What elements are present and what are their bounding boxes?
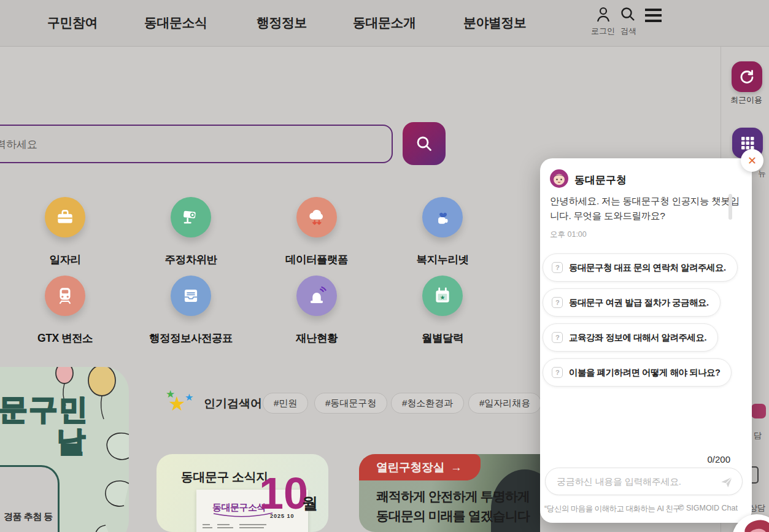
mayor-slogan-line2: 동대문의 미래를 열겠습니다 [376, 507, 530, 525]
main-search-input[interactable] [0, 125, 393, 163]
close-icon: ✕ [748, 154, 757, 168]
chatbot-avatar [550, 169, 568, 188]
suggestion-label: 동대문구청 대표 문의 연락처 알려주세요. [569, 262, 726, 274]
suggestion-label: 동대문구 여권 발급 절차가 궁금해요. [569, 297, 709, 309]
quick-menu-data-platform[interactable] [296, 197, 337, 237]
chatbot-welcome-message: 안녕하세요. 저는 동대문구청 인공지능 챗봇입니다. 무엇을 도와드릴까요? [550, 194, 745, 223]
newsletter-title: 동대문구 소식지 [181, 469, 268, 485]
login-label[interactable]: 로그인 [591, 26, 615, 37]
counsel-icon-fragment[interactable] [751, 404, 766, 418]
train-icon [55, 285, 75, 306]
chat-input-wrap [545, 468, 743, 495]
briefcase-icon [55, 207, 75, 228]
nav-item-participation[interactable]: 구민참여 [47, 14, 98, 31]
popular-stars-icon: ★ ★ ★ [164, 389, 196, 418]
question-icon: ? [552, 262, 563, 273]
mayor-office-card[interactable]: 열린구청장실 → 쾌적하게 안전하게 투명하게 동대문의 미래를 열겠습니다 [359, 454, 540, 532]
document-box-icon [180, 285, 201, 306]
chat-footer-quote: “당신의 마음을 이해하고 대화하는 AI 친구” [544, 504, 682, 514]
header: 구민참여 동대문소식 행정정보 동대문소개 분야별정보 로그인 검색 [0, 0, 769, 47]
event-title-line2: 날 [56, 422, 87, 461]
question-icon: ? [552, 367, 563, 378]
quick-menu-calendar[interactable]: ★ [422, 276, 463, 316]
header-search-label[interactable]: 검색 [620, 26, 636, 37]
counsel1-label-fragment: 담 [754, 430, 762, 441]
quick-menu-disclosure-label[interactable]: 행정정보사전공표 [136, 331, 246, 345]
newsletter-month-number: 10 [259, 471, 308, 515]
welfare-hand-icon [432, 207, 453, 228]
popular-searches-title: 인기검색어 [204, 396, 262, 412]
suggestion-disposal[interactable]: ? 이불을 폐기하려면 어떻게 해야 되나요? [543, 358, 732, 387]
question-icon: ? [552, 332, 563, 343]
siren-icon [306, 285, 328, 307]
menu-hamburger-icon[interactable] [645, 9, 662, 25]
suggestion-education[interactable]: ? 교육강좌 정보에 대해서 알려주세요. [543, 323, 718, 352]
cloud-data-icon [306, 206, 328, 228]
char-counter: 0/200 [707, 454, 730, 465]
calendar-icon: ★ [432, 285, 453, 306]
chat-message-input[interactable] [557, 469, 713, 493]
mayor-slogan-line1: 쾌적하게 안전하게 투명하게 [376, 488, 530, 505]
quick-menu-welfare-label[interactable]: 복지누리넷 [387, 252, 498, 267]
svg-text:★: ★ [440, 294, 446, 301]
chat-scrollbar[interactable] [728, 194, 732, 220]
popular-tag-jobs[interactable]: #일자리채용 [468, 393, 541, 414]
quick-menu-disaster-label[interactable]: 재난현황 [261, 331, 372, 345]
suggestion-label: 이불을 폐기하려면 어떻게 해야 되나요? [569, 367, 720, 379]
popular-tag-office[interactable]: #동대문구청 [314, 393, 387, 414]
all-menu-label-fragment: 뉴 [758, 168, 766, 179]
main-search-button[interactable] [403, 122, 446, 165]
quick-menu-gtx[interactable] [45, 276, 85, 316]
nav-item-news[interactable]: 동대문소식 [144, 14, 207, 31]
send-icon[interactable] [720, 476, 733, 489]
popular-tag-environment[interactable]: #청소환경과 [391, 393, 464, 414]
chat-footer-brand: © SIGMOID Chat [678, 504, 738, 512]
recent-use-button[interactable] [732, 61, 762, 92]
open-mayor-office-badge[interactable]: 열린구청장실 → [359, 454, 481, 480]
quick-menu-disclosure[interactable] [171, 276, 211, 316]
chat-close-button[interactable]: ✕ [741, 149, 763, 172]
arrow-right-icon: → [450, 461, 462, 474]
suggestion-passport[interactable]: ? 동대문구 여권 발급 절차가 궁금해요. [543, 288, 721, 317]
chatbot-panel: 동대문구청 안녕하세요. 저는 동대문구청 인공지능 챗봇입니다. 무엇을 도와… [540, 158, 752, 523]
quick-menu-jobs[interactable] [45, 197, 85, 237]
newsletter-card[interactable]: 동대문구 소식지 동대문구소식 10 월 2025 10 [157, 454, 328, 532]
quick-menu-calendar-label[interactable]: 월별달력 [387, 331, 498, 345]
popular-tag-minwon[interactable]: #민원 [263, 393, 308, 414]
quick-menu-jobs-label[interactable]: 일자리 [10, 252, 120, 267]
quick-menu-parking-label[interactable]: 주정차위반 [136, 252, 246, 267]
header-search-icon[interactable] [620, 6, 636, 26]
quick-menu-welfare[interactable] [422, 197, 463, 237]
suggestion-contact[interactable]: ? 동대문구청 대표 문의 연락처 알려주세요. [543, 253, 738, 282]
newsletter-cover-date: 2025 10 [270, 513, 295, 519]
quick-menu-parking[interactable] [171, 197, 211, 237]
badge-label: 열린구청장실 [376, 460, 444, 476]
recent-use-label: 최근이용 [730, 94, 762, 106]
page: 구민참여 동대문소식 행정정보 동대문소개 분야별정보 로그인 검색 최근이용 … [0, 0, 769, 532]
quick-menu-disaster[interactable] [296, 276, 337, 316]
login-icon[interactable] [596, 6, 611, 26]
nav-item-about[interactable]: 동대문소개 [353, 14, 416, 31]
quick-menu-data-platform-label[interactable]: 데이터플랫폼 [261, 252, 372, 267]
search-icon [415, 134, 433, 153]
cctv-icon [180, 207, 201, 228]
refresh-icon [738, 68, 755, 85]
nav-item-admin-info[interactable]: 행정정보 [257, 14, 307, 31]
suggestion-label: 교육강좌 정보에 대해서 알려주세요. [569, 332, 706, 344]
quick-menu-gtx-label[interactable]: GTX 변전소 [10, 331, 120, 345]
nav-item-field-info[interactable]: 분야별정보 [463, 14, 527, 31]
main-search-placeholder: 력하세요 [0, 137, 37, 152]
question-icon: ? [552, 297, 563, 308]
newsletter-month-suffix: 월 [302, 493, 318, 514]
event-note: 경품 추첨 등 [4, 511, 53, 523]
chatbot-timestamp: 오후 01:00 [550, 229, 587, 240]
chatbot-title: 동대문구청 [574, 173, 627, 187]
